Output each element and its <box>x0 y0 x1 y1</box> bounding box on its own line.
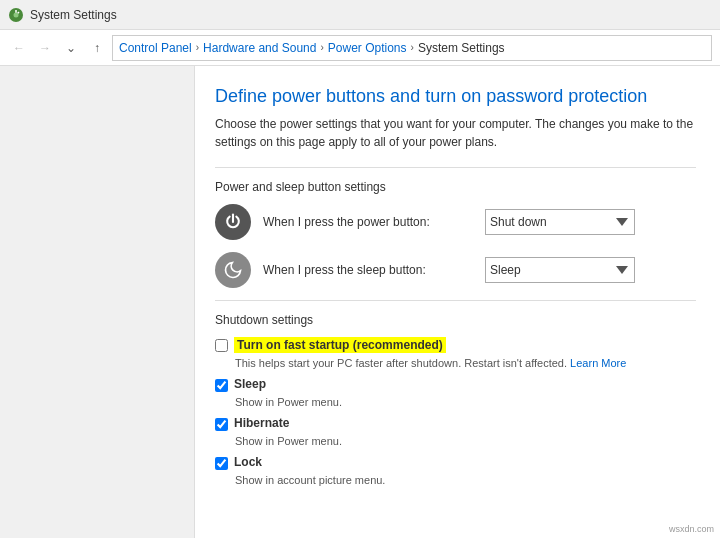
shutdown-section-label: Shutdown settings <box>215 313 696 327</box>
fast-startup-sublabel: This helps start your PC faster after sh… <box>235 357 696 369</box>
divider-1 <box>215 167 696 168</box>
sleep-checkbox-label[interactable]: Sleep <box>234 377 266 391</box>
back-button[interactable]: ← <box>8 37 30 59</box>
power-button-dropdown[interactable]: Shut down Sleep Hibernate Turn off the d… <box>485 209 635 235</box>
lock-sublabel: Show in account picture menu. <box>235 474 696 486</box>
fast-startup-highlight: Turn on fast startup (recommended) <box>234 337 446 353</box>
power-button-row: When I press the power button: Shut down… <box>215 204 696 240</box>
power-sleep-section-label: Power and sleep button settings <box>215 180 696 194</box>
main-layout: Define power buttons and turn on passwor… <box>0 66 720 538</box>
hibernate-checkbox[interactable] <box>215 418 228 431</box>
title-bar-text: System Settings <box>30 8 117 22</box>
power-button-label: When I press the power button: <box>263 215 473 229</box>
sleep-button-row: When I press the sleep button: Sleep Hib… <box>215 252 696 288</box>
recent-button[interactable]: ⌄ <box>60 37 82 59</box>
breadcrumb: Control Panel › Hardware and Sound › Pow… <box>112 35 712 61</box>
sidebar <box>0 66 195 538</box>
page-title: Define power buttons and turn on passwor… <box>215 86 696 107</box>
app-icon <box>8 7 24 23</box>
breadcrumb-current: System Settings <box>418 41 505 55</box>
hibernate-checkbox-label[interactable]: Hibernate <box>234 416 289 430</box>
divider-2 <box>215 300 696 301</box>
fast-startup-label[interactable]: Turn on fast startup (recommended) <box>234 337 446 353</box>
sleep-icon <box>215 252 251 288</box>
sleep-checkbox-row: Sleep <box>215 377 696 392</box>
content-area: Define power buttons and turn on passwor… <box>195 66 720 538</box>
title-bar: System Settings <box>0 0 720 30</box>
up-button[interactable]: ↑ <box>86 37 108 59</box>
watermark: wsxdn.com <box>669 524 714 534</box>
address-bar: ← → ⌄ ↑ Control Panel › Hardware and Sou… <box>0 30 720 66</box>
fast-startup-row: Turn on fast startup (recommended) <box>215 337 696 353</box>
sleep-button-label: When I press the sleep button: <box>263 263 473 277</box>
sleep-button-dropdown[interactable]: Sleep Hibernate Shut down Turn off the d… <box>485 257 635 283</box>
breadcrumb-power-options[interactable]: Power Options <box>328 41 407 55</box>
lock-checkbox-label[interactable]: Lock <box>234 455 262 469</box>
learn-more-link[interactable]: Learn More <box>570 357 626 369</box>
breadcrumb-control-panel[interactable]: Control Panel <box>119 41 192 55</box>
hibernate-checkbox-row: Hibernate <box>215 416 696 431</box>
sleep-sublabel: Show in Power menu. <box>235 396 696 408</box>
lock-checkbox-row: Lock <box>215 455 696 470</box>
hibernate-sublabel: Show in Power menu. <box>235 435 696 447</box>
forward-button[interactable]: → <box>34 37 56 59</box>
svg-point-1 <box>14 12 19 17</box>
sleep-checkbox[interactable] <box>215 379 228 392</box>
page-description: Choose the power settings that you want … <box>215 115 695 151</box>
power-icon <box>215 204 251 240</box>
lock-checkbox[interactable] <box>215 457 228 470</box>
fast-startup-checkbox[interactable] <box>215 339 228 352</box>
breadcrumb-hardware-sound[interactable]: Hardware and Sound <box>203 41 316 55</box>
